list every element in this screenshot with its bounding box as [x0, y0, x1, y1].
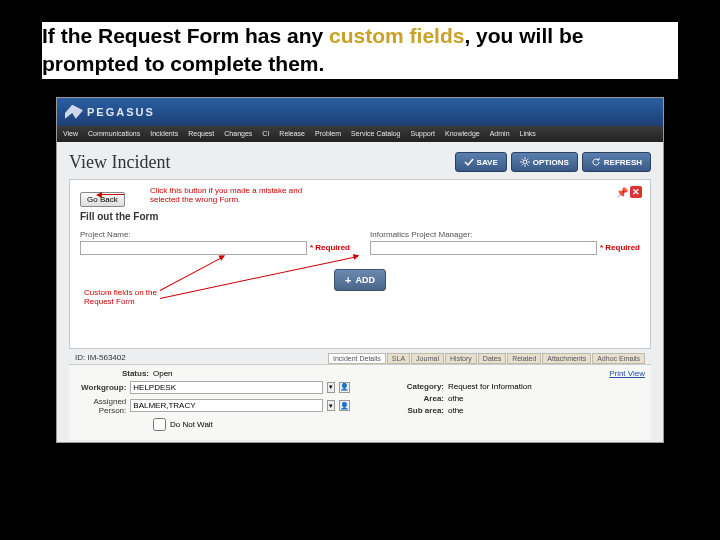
refresh-label: REFRESH [604, 158, 642, 167]
assigned-dropdown-icon[interactable]: ▾ [327, 400, 335, 411]
menu-service-catalog[interactable]: Service Catalog [351, 130, 400, 137]
details-panel: Status: Open Workgroup: ▾ 👤 Assigned Per… [69, 364, 651, 440]
menu-incidents[interactable]: Incidents [150, 130, 178, 137]
panel-controls: 📌 ✕ [616, 186, 642, 198]
app-logo-text: PEGASUS [87, 106, 155, 118]
menu-view[interactable]: View [63, 130, 78, 137]
arrow-goback-icon [100, 194, 124, 195]
tab-sla[interactable]: SLA [387, 353, 410, 364]
form-row: Project Name: * Required Informatics Pro… [80, 230, 640, 255]
details-left-col: Status: Open Workgroup: ▾ 👤 Assigned Per… [75, 369, 350, 434]
details-right-col: Print View Category: Request for Informa… [370, 369, 645, 434]
area-value: othe [448, 394, 645, 403]
tab-attachments[interactable]: Attachments [542, 353, 591, 364]
do-not-wait-label: Do Not Wait [170, 420, 213, 429]
section-title: Fill out the Form [80, 211, 640, 222]
do-not-wait-checkbox[interactable] [153, 418, 166, 431]
check-icon [464, 157, 474, 167]
refresh-icon [591, 157, 601, 167]
workgroup-input[interactable] [130, 381, 322, 394]
annotation-goback: Click this button if you made a mistake … [150, 186, 310, 205]
slide-caption: If the Request Form has any custom field… [0, 0, 720, 87]
plus-icon: + [345, 274, 351, 286]
subarea-value: othe [448, 406, 645, 415]
menu-communications[interactable]: Communications [88, 130, 140, 137]
area-label: Area: [370, 394, 444, 403]
add-button[interactable]: + ADD [334, 269, 386, 291]
assigned-input[interactable] [130, 399, 322, 412]
assigned-search-icon[interactable]: 👤 [339, 400, 350, 411]
workgroup-search-icon[interactable]: 👤 [339, 382, 350, 393]
menu-ci[interactable]: CI [262, 130, 269, 137]
status-value: Open [153, 369, 350, 378]
assigned-label: Assigned Person: [75, 397, 126, 415]
tab-incident-details[interactable]: Incident Details [328, 353, 386, 364]
menu-problem[interactable]: Problem [315, 130, 341, 137]
status-label: Status: [75, 369, 149, 378]
svg-point-0 [523, 160, 527, 164]
menu-admin[interactable]: Admin [490, 130, 510, 137]
app-window: PEGASUS View Communications Incidents Re… [56, 97, 664, 443]
options-button[interactable]: OPTIONS [511, 152, 578, 172]
menu-links[interactable]: Links [520, 130, 536, 137]
slide: If the Request Form has any custom field… [0, 0, 720, 540]
form-panel: 📌 ✕ Go Back Click this button if you mad… [69, 179, 651, 349]
category-value: Request for Information [448, 382, 645, 391]
field-ipm: Informatics Project Manager: * Required [370, 230, 640, 255]
refresh-button[interactable]: REFRESH [582, 152, 651, 172]
page-header: View Incident SAVE OPTIONS REFRESH [69, 152, 651, 173]
options-label: OPTIONS [533, 158, 569, 167]
save-button[interactable]: SAVE [455, 152, 507, 172]
main-menubar: View Communications Incidents Request Ch… [57, 126, 663, 142]
page-title: View Incident [69, 152, 170, 173]
incident-id: ID: IM-563402 [75, 349, 126, 364]
action-buttons: SAVE OPTIONS REFRESH [455, 152, 651, 172]
app-topbar: PEGASUS [57, 98, 663, 126]
save-label: SAVE [477, 158, 498, 167]
menu-release[interactable]: Release [279, 130, 305, 137]
add-label: ADD [355, 275, 375, 285]
id-tabs-row: ID: IM-563402 Incident Details SLA Journ… [69, 349, 651, 364]
category-label: Category: [370, 382, 444, 391]
ipm-label: Informatics Project Manager: [370, 230, 640, 239]
project-name-label: Project Name: [80, 230, 350, 239]
field-project-name: Project Name: * Required [80, 230, 350, 255]
workgroup-dropdown-icon[interactable]: ▾ [327, 382, 335, 393]
close-icon[interactable]: ✕ [630, 186, 642, 198]
gear-icon [520, 157, 530, 167]
subarea-label: Sub area: [370, 406, 444, 415]
tab-dates[interactable]: Dates [478, 353, 506, 364]
menu-knowledge[interactable]: Knowledge [445, 130, 480, 137]
tab-adhoc-emails[interactable]: Adhoc Emails [592, 353, 645, 364]
tab-related[interactable]: Related [507, 353, 541, 364]
project-name-required: * Required [310, 243, 350, 252]
tab-journal[interactable]: Journal [411, 353, 444, 364]
detail-tabs: Incident Details SLA Journal History Dat… [328, 353, 645, 364]
tab-history[interactable]: History [445, 353, 477, 364]
print-view-link[interactable]: Print View [370, 369, 645, 378]
caption-highlight: custom fields [329, 24, 464, 47]
pin-icon[interactable]: 📌 [616, 187, 626, 197]
menu-support[interactable]: Support [411, 130, 436, 137]
menu-request[interactable]: Request [188, 130, 214, 137]
ipm-required: * Required [600, 243, 640, 252]
project-name-input[interactable] [80, 241, 307, 255]
annotation-custom-fields: Custom fields on the Request Form [84, 288, 184, 307]
workgroup-label: Workgroup: [75, 383, 126, 392]
pegasus-wing-icon [65, 105, 83, 119]
caption-part1: If the Request Form has any [42, 24, 329, 47]
page-body: View Incident SAVE OPTIONS REFRESH [57, 142, 663, 442]
menu-changes[interactable]: Changes [224, 130, 252, 137]
ipm-input[interactable] [370, 241, 597, 255]
